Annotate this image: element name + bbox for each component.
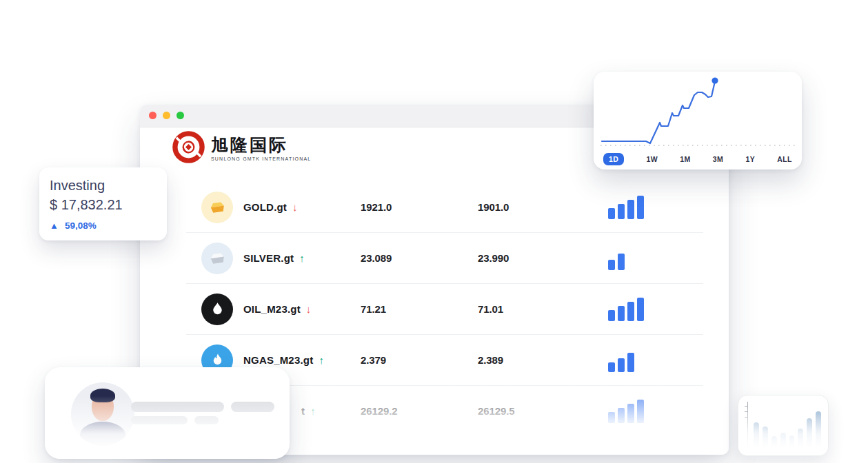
axis-tick bbox=[745, 406, 747, 407]
investing-change: ▲ 59,08% bbox=[50, 220, 167, 231]
investing-title: Investing bbox=[50, 178, 167, 194]
table-row[interactable]: GOLD.gt ↓ 1921.0 1901.0 bbox=[186, 182, 703, 233]
ask-price: 71.01 bbox=[478, 303, 608, 315]
bar bbox=[608, 260, 615, 270]
symbol-label: GOLD.gt bbox=[243, 201, 287, 213]
bar bbox=[771, 436, 777, 454]
bar bbox=[789, 435, 795, 454]
sparkline-card: 1D1W1M3M1YALL bbox=[594, 72, 802, 169]
direction-arrow-icon: ↑ bbox=[319, 354, 324, 366]
bar bbox=[608, 412, 615, 423]
bar bbox=[627, 200, 634, 219]
bar bbox=[637, 400, 644, 423]
bar bbox=[618, 358, 625, 372]
timeframe-3m[interactable]: 3M bbox=[713, 155, 723, 163]
profile-card bbox=[45, 367, 290, 459]
bar bbox=[807, 418, 812, 454]
bar bbox=[780, 433, 786, 454]
avatar-shoulders bbox=[80, 422, 125, 446]
placeholder-bar bbox=[131, 416, 188, 424]
bid-price: 1921.0 bbox=[361, 201, 478, 213]
timeframe-all[interactable]: ALL bbox=[777, 155, 792, 163]
silver-icon bbox=[191, 243, 243, 274]
direction-arrow-icon: ↑ bbox=[310, 405, 316, 417]
minimize-button[interactable] bbox=[163, 112, 170, 119]
sparkline-path bbox=[602, 81, 715, 143]
placeholder-bar bbox=[131, 402, 224, 412]
avatar-hair bbox=[90, 389, 116, 402]
ask-price: 1901.0 bbox=[478, 201, 608, 213]
axis-tick bbox=[745, 417, 747, 418]
direction-arrow-icon: ↑ bbox=[299, 252, 305, 264]
traffic-lights bbox=[149, 110, 190, 122]
symbol-label: SILVER.gt bbox=[243, 252, 294, 264]
bar bbox=[618, 408, 625, 423]
bar bbox=[627, 404, 634, 423]
mini-bar-chart bbox=[608, 195, 703, 219]
bar bbox=[608, 208, 615, 219]
mini-bar-chart bbox=[608, 246, 703, 270]
close-button[interactable] bbox=[149, 112, 157, 119]
placeholder-bar bbox=[231, 402, 274, 412]
brand-subtitle: SUNLONG GMTK INTERNATIONAL bbox=[211, 156, 311, 161]
bar bbox=[816, 411, 821, 454]
bar bbox=[798, 429, 803, 454]
bar bbox=[627, 302, 634, 321]
timeframe-1m[interactable]: 1M bbox=[680, 155, 690, 163]
up-triangle-icon: ▲ bbox=[50, 220, 59, 231]
bid-price: 23.089 bbox=[361, 252, 478, 264]
ask-price: 26129.5 bbox=[478, 405, 608, 417]
page: 旭隆国际 SUNLONG GMTK INTERNATIONAL bbox=[0, 0, 868, 463]
timeframe-1d[interactable]: 1D bbox=[603, 153, 624, 165]
symbol-label: OIL_M23.gt bbox=[243, 303, 301, 315]
ask-price: 2.389 bbox=[478, 354, 608, 366]
zoom-button[interactable] bbox=[176, 112, 184, 119]
mini-bar-chart bbox=[608, 399, 703, 423]
bar bbox=[627, 353, 634, 372]
axis-tick bbox=[745, 411, 747, 412]
timeframe-row: 1D1W1M3M1YALL bbox=[594, 149, 802, 169]
symbol-label: NGAS_M23.gt bbox=[243, 354, 313, 366]
mini-bar-chart-faded bbox=[754, 406, 821, 454]
gold-icon bbox=[191, 192, 243, 223]
brand-logo: 旭隆国际 SUNLONG GMTK INTERNATIONAL bbox=[172, 131, 311, 166]
sparkline-endpoint bbox=[711, 77, 718, 83]
bar bbox=[618, 204, 625, 219]
bar bbox=[763, 426, 768, 454]
brand-title: 旭隆国际 bbox=[211, 136, 311, 155]
bar bbox=[608, 362, 615, 372]
mini-chart-card bbox=[738, 395, 829, 456]
sparkline-chart bbox=[594, 72, 802, 149]
oil-drop-icon bbox=[191, 294, 243, 325]
bar bbox=[618, 254, 625, 270]
bar bbox=[618, 306, 625, 321]
change-percent: 59,08% bbox=[65, 220, 97, 231]
mini-bar-chart bbox=[608, 297, 703, 321]
mini-bar-chart bbox=[608, 348, 703, 372]
bar bbox=[637, 298, 644, 321]
investing-card: Investing $ 17,832.21 ▲ 59,08% bbox=[39, 167, 167, 240]
table-row[interactable]: SILVER.gt ↑ 23.089 23.990 bbox=[186, 233, 703, 284]
bid-price: 2.379 bbox=[361, 354, 478, 366]
table-row[interactable]: OIL_M23.gt ↓ 71.21 71.01 bbox=[186, 284, 703, 335]
bid-price: 71.21 bbox=[361, 303, 478, 315]
bar bbox=[637, 196, 644, 219]
bar bbox=[608, 310, 615, 321]
placeholder-bar bbox=[194, 416, 219, 424]
direction-arrow-icon: ↓ bbox=[306, 303, 312, 315]
bid-price: 26129.2 bbox=[361, 405, 478, 417]
avatar bbox=[71, 382, 134, 446]
bar bbox=[754, 422, 759, 454]
investing-amount: $ 17,832.21 bbox=[50, 197, 167, 213]
timeframe-1w[interactable]: 1W bbox=[646, 155, 658, 163]
ask-price: 23.990 bbox=[478, 252, 608, 264]
timeframe-1y[interactable]: 1Y bbox=[745, 155, 755, 163]
brand-emblem-icon bbox=[172, 131, 205, 166]
direction-arrow-icon: ↓ bbox=[292, 201, 298, 213]
y-axis bbox=[747, 402, 748, 453]
